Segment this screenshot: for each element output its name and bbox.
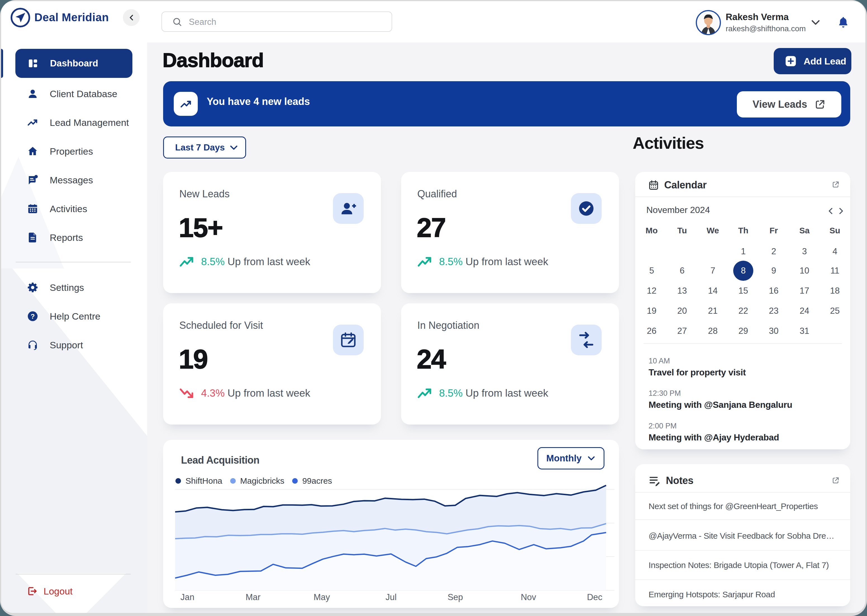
svg-text:May: May xyxy=(314,592,330,602)
svg-text:Sep: Sep xyxy=(448,592,463,602)
svg-text:?: ? xyxy=(31,313,35,320)
svg-text:Nov: Nov xyxy=(521,592,536,602)
svg-text:Jan: Jan xyxy=(180,592,194,602)
svg-text:Dec: Dec xyxy=(587,592,602,602)
svg-text:Mar: Mar xyxy=(246,592,260,602)
svg-text:Jul: Jul xyxy=(385,592,397,602)
